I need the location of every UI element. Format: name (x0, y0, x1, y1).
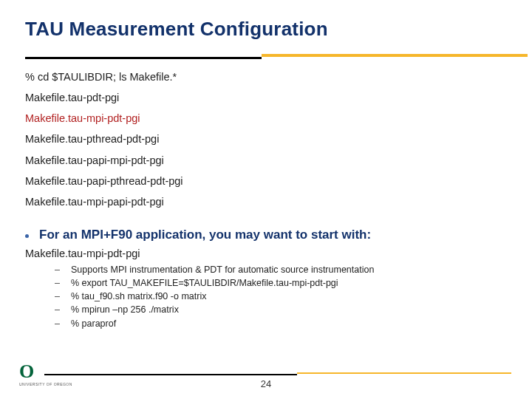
dash-icon: – (55, 263, 62, 276)
footer: O UNIVERSITY OF OREGON 24 (0, 362, 532, 392)
footer-rule-black (44, 374, 297, 375)
slide-title: TAU Measurement Configuration (25, 18, 511, 41)
dash-icon: – (55, 317, 62, 330)
rule-yellow (262, 54, 528, 57)
list-item-label: Supports MPI instrumentation & PDT for a… (71, 263, 374, 276)
bullet-text: For an MPI+F90 application, you may want… (39, 228, 371, 242)
makefile-item: Makefile.tau-mpi-pdt-pgi (25, 112, 511, 125)
list-item: – % tau_f90.sh matrix.f90 -o matrix (55, 290, 511, 303)
makefile-item: Makefile.tau-pthread-pdt-pgi (25, 132, 511, 146)
sub-list: – Supports MPI instrumentation & PDT for… (55, 263, 511, 330)
bullet-dot-icon (25, 234, 29, 238)
rule-black (25, 57, 262, 59)
makefile-item: Makefile.tau-mpi-papi-pdt-pgi (25, 195, 511, 208)
footer-rule-yellow (297, 372, 511, 374)
makefile-item: Makefile.tau-papi-mpi-pdt-pgi (25, 154, 511, 167)
bullet-row: For an MPI+F90 application, you may want… (25, 228, 511, 242)
title-rule (25, 54, 511, 60)
list-item: – % mpirun –np 256 ./matrix (55, 303, 511, 316)
list-item-label: % tau_f90.sh matrix.f90 -o matrix (71, 290, 206, 303)
sub-heading: Makefile.tau-mpi-pdt-pgi (25, 247, 511, 260)
makefile-list: % cd $TAULIBDIR; ls Makefile.* Makefile.… (25, 70, 511, 208)
makefile-item: Makefile.tau-papi-pthread-pdt-pgi (25, 174, 511, 188)
dash-icon: – (55, 276, 62, 290)
slide: TAU Measurement Configuration % cd $TAUL… (0, 0, 532, 399)
list-item: – % paraprof (55, 317, 511, 330)
dash-icon: – (55, 290, 62, 303)
list-item: – Supports MPI instrumentation & PDT for… (55, 263, 511, 276)
dash-icon: – (55, 303, 62, 316)
shell-command: % cd $TAULIBDIR; ls Makefile.* (25, 70, 511, 83)
makefile-item: Makefile.tau-pdt-pgi (25, 91, 511, 104)
list-item-label: % paraprof (71, 317, 116, 330)
list-item-label: % mpirun –np 256 ./matrix (71, 303, 179, 316)
list-item: – % export TAU_MAKEFILE=$TAULIBDIR/Makef… (55, 276, 511, 290)
list-item-label: % export TAU_MAKEFILE=$TAULIBDIR/Makefil… (71, 276, 338, 290)
page-number: 24 (0, 378, 532, 389)
